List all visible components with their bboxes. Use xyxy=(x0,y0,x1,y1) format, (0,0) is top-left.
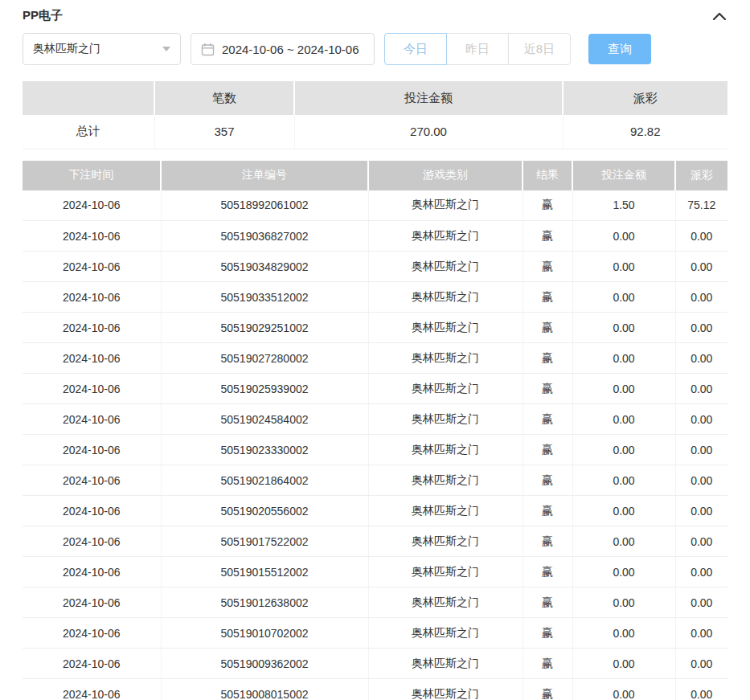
table-cell: 奥林匹斯之门 xyxy=(368,374,523,404)
table-cell: 赢 xyxy=(523,282,572,313)
table-cell: 2024-10-06 xyxy=(23,404,161,435)
table-cell: 0.00 xyxy=(572,557,675,587)
table-cell: 0.00 xyxy=(572,679,675,700)
summary-header-row: 笔数 投注金额 派彩 xyxy=(23,81,727,115)
game-select-value: 奥林匹斯之门 xyxy=(33,42,100,56)
table-cell: 2024-10-06 xyxy=(23,313,161,343)
table-cell: 2024-10-06 xyxy=(23,221,161,252)
quick-button-yesterday[interactable]: 昨日 xyxy=(446,33,509,65)
table-cell: 0.00 xyxy=(675,282,727,313)
summary-total-payout: 92.82 xyxy=(563,115,727,149)
summary-total-row: 总计 357 270.00 92.82 xyxy=(23,115,727,149)
table-cell: 0.00 xyxy=(675,435,727,465)
table-cell: 0.00 xyxy=(572,435,675,465)
collapse-button[interactable] xyxy=(711,10,727,22)
chevron-up-icon xyxy=(713,12,726,20)
date-range-input[interactable]: 2024-10-06 ~ 2024-10-06 xyxy=(191,33,375,65)
table-cell: 0.00 xyxy=(675,587,727,618)
table-cell: 赢 xyxy=(523,374,572,404)
quick-button-last8days[interactable]: 近8日 xyxy=(508,33,571,65)
table-cell: 50519010702002 xyxy=(161,618,368,649)
summary-table: 笔数 投注金额 派彩 总计 357 270.00 92.82 xyxy=(23,81,727,149)
table-row: 2024-10-0650519020556002奥林匹斯之门赢0.000.00 xyxy=(23,496,727,526)
table-cell: 50519036827002 xyxy=(161,221,368,252)
table-cell: 50519012638002 xyxy=(161,587,368,618)
table-cell: 奥林匹斯之门 xyxy=(368,282,523,313)
table-cell: 0.00 xyxy=(572,221,675,252)
table-cell: 赢 xyxy=(523,465,572,496)
table-cell: 50519023330002 xyxy=(161,435,368,465)
table-cell: 1.50 xyxy=(572,190,675,221)
pp-electronic-panel: PP电子 奥林匹斯之门 2024-10-06 ~ 2024-10-06 今日 昨… xyxy=(0,0,750,700)
table-cell: 0.00 xyxy=(675,404,727,435)
header-ticket-id: 注单编号 xyxy=(161,161,368,190)
table-cell: 赢 xyxy=(523,496,572,526)
page-title: PP电子 xyxy=(23,8,63,23)
table-row: 2024-10-0650519017522002奥林匹斯之门赢0.000.00 xyxy=(23,526,727,557)
table-cell: 50519025939002 xyxy=(161,374,368,404)
header-result: 结果 xyxy=(523,161,572,190)
header-bet-amount: 投注金额 xyxy=(572,161,675,190)
game-select[interactable]: 奥林匹斯之门 xyxy=(23,33,181,65)
table-cell: 2024-10-06 xyxy=(23,557,161,587)
quick-button-today[interactable]: 今日 xyxy=(384,33,447,65)
header-game-type: 游戏类别 xyxy=(368,161,523,190)
summary-total-count: 357 xyxy=(154,115,294,149)
table-cell: 75.12 xyxy=(675,190,727,221)
table-cell: 0.00 xyxy=(675,221,727,252)
table-cell: 50519021864002 xyxy=(161,465,368,496)
table-cell: 2024-10-06 xyxy=(23,374,161,404)
table-cell: 奥林匹斯之门 xyxy=(368,313,523,343)
table-cell: 奥林匹斯之门 xyxy=(368,190,523,221)
table-row: 2024-10-0650519034829002奥林匹斯之门赢0.000.00 xyxy=(23,252,727,282)
table-cell: 2024-10-06 xyxy=(23,465,161,496)
table-cell: 2024-10-06 xyxy=(23,679,161,700)
table-cell: 50519034829002 xyxy=(161,252,368,282)
table-cell: 2024-10-06 xyxy=(23,282,161,313)
table-cell: 50519017522002 xyxy=(161,526,368,557)
table-cell: 0.00 xyxy=(675,374,727,404)
table-cell: 0.00 xyxy=(675,465,727,496)
table-cell: 0.00 xyxy=(675,618,727,649)
table-cell: 2024-10-06 xyxy=(23,252,161,282)
chevron-down-icon xyxy=(162,47,170,51)
table-cell: 赢 xyxy=(523,404,572,435)
bet-table-header-row: 下注时间 注单编号 游戏类别 结果 投注金额 派彩 xyxy=(23,161,727,190)
table-cell: 奥林匹斯之门 xyxy=(368,557,523,587)
search-button[interactable]: 查询 xyxy=(588,34,651,64)
bet-records-table: 下注时间 注单编号 游戏类别 结果 投注金额 派彩 2024-10-065051… xyxy=(23,161,727,700)
table-row: 2024-10-0650519024584002奥林匹斯之门赢0.000.00 xyxy=(23,404,727,435)
table-cell: 奥林匹斯之门 xyxy=(368,435,523,465)
table-cell: 0.00 xyxy=(675,496,727,526)
table-cell: 奥林匹斯之门 xyxy=(368,649,523,679)
table-cell: 赢 xyxy=(523,649,572,679)
table-cell: 0.00 xyxy=(572,618,675,649)
table-cell: 2024-10-06 xyxy=(23,618,161,649)
quick-date-button-group: 今日 昨日 近8日 xyxy=(384,33,571,65)
table-cell: 赢 xyxy=(523,618,572,649)
table-row: 2024-10-0650519012638002奥林匹斯之门赢0.000.00 xyxy=(23,587,727,618)
table-cell: 2024-10-06 xyxy=(23,526,161,557)
table-cell: 2024-10-06 xyxy=(23,649,161,679)
table-row: 2024-10-0650519023330002奥林匹斯之门赢0.000.00 xyxy=(23,435,727,465)
table-cell: 赢 xyxy=(523,557,572,587)
table-cell: 0.00 xyxy=(675,313,727,343)
summary-header-blank xyxy=(23,81,154,115)
table-cell: 2024-10-06 xyxy=(23,496,161,526)
table-cell: 赢 xyxy=(523,343,572,374)
table-row: 2024-10-0650519009362002奥林匹斯之门赢0.000.00 xyxy=(23,649,727,679)
table-row: 2024-10-0650519036827002奥林匹斯之门赢0.000.00 xyxy=(23,221,727,252)
table-cell: 赢 xyxy=(523,587,572,618)
table-cell: 0.00 xyxy=(675,557,727,587)
table-cell: 0.00 xyxy=(572,404,675,435)
table-cell: 50519015512002 xyxy=(161,557,368,587)
table-cell: 50519024584002 xyxy=(161,404,368,435)
table-cell: 0.00 xyxy=(572,587,675,618)
table-cell: 2024-10-06 xyxy=(23,343,161,374)
table-cell: 赢 xyxy=(523,313,572,343)
table-cell: 0.00 xyxy=(572,496,675,526)
table-row: 2024-10-0650519008015002奥林匹斯之门赢0.000.00 xyxy=(23,679,727,700)
summary-header-count: 笔数 xyxy=(154,81,294,115)
table-cell: 0.00 xyxy=(675,649,727,679)
table-cell: 赢 xyxy=(523,526,572,557)
